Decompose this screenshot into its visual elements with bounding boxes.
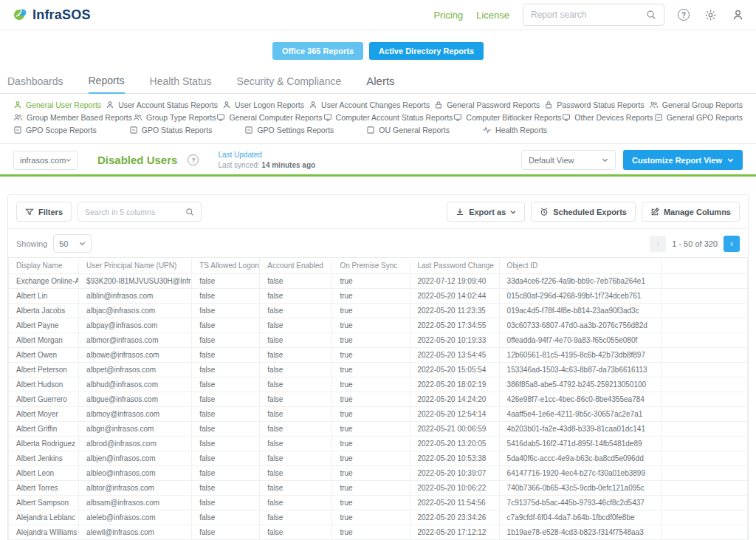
table-row[interactable]: Albert Jenkinsalbjen@infrasos.comfalsefa… — [9, 451, 748, 466]
scheduled-exports-button[interactable]: Scheduled Exports — [531, 202, 636, 222]
table-cell — [661, 496, 747, 510]
table-row[interactable]: Albert Owenalbowe@infrasos.comfalsefalse… — [9, 348, 748, 363]
category-link-gpo-settings-reports[interactable]: GPO Settings Reports — [244, 126, 334, 134]
prev-page-button[interactable]: ‹ — [650, 236, 666, 252]
table-cell: false — [192, 437, 260, 451]
chevron-down-icon — [79, 240, 86, 247]
table-cell: 2022-05-20 12:54:14 — [410, 407, 499, 422]
table-row[interactable]: Alberta Jacobsalbjac@infrasos.comfalsefa… — [9, 304, 748, 318]
pricing-link[interactable]: Pricing — [433, 10, 463, 21]
category-link-general-gpo-reports[interactable]: General GPO Reports — [654, 113, 743, 122]
export-as-button[interactable]: Export as — [447, 202, 525, 222]
customize-report-view-label: Customize Report View — [632, 156, 722, 165]
table-cell: Alejandra Leblanc — [9, 510, 79, 525]
table-row[interactable]: Albert Linalblin@infrasos.comfalsefalset… — [9, 289, 748, 304]
next-page-button[interactable]: › — [724, 236, 740, 252]
manage-columns-button[interactable]: Manage Columns — [642, 202, 740, 222]
table-row[interactable]: Albert Morganalbmor@infrasos.comfalsefal… — [9, 333, 748, 348]
category-link-ou-general-reports[interactable]: OU General Reports — [366, 126, 450, 134]
table-row[interactable]: Albert Paynealbpay@infrasos.comfalsefals… — [9, 318, 748, 333]
table-row[interactable]: Exchange Online-Applica...$93K200-I81MJV… — [9, 274, 748, 289]
license-link[interactable]: License — [476, 10, 509, 21]
table-cell: false — [260, 437, 332, 451]
category-link-group-type-reports[interactable]: Group Type Reports — [133, 113, 216, 122]
table-cell: 2022-05-20 11:54:56 — [410, 496, 499, 510]
table-row[interactable]: Albert Hudsonalbhud@infrasos.comfalsefal… — [9, 377, 748, 392]
table-cell: Albert Hudson — [9, 377, 79, 392]
tab-reports[interactable]: Reports — [89, 75, 125, 94]
user-profile-icon[interactable] — [732, 9, 744, 21]
domain-select[interactable]: infrasos.com — [13, 151, 78, 170]
table-row[interactable]: Alberta Rodriguezalbrod@infrasos.comfals… — [9, 437, 748, 451]
gpo-icon — [654, 113, 663, 122]
category-link-user-logon-reports[interactable]: User Logon Reports — [222, 100, 304, 109]
office-365-reports-button[interactable]: Office 365 Reports — [272, 42, 363, 60]
table-cell: false — [192, 377, 260, 392]
category-link-group-member-based-reports[interactable]: Group Member Based Reports — [13, 113, 132, 122]
table-cell: Albert Leon — [9, 466, 79, 481]
category-link-health-reports[interactable]: Health Reports — [482, 126, 547, 134]
table-row[interactable]: Albert Griffinalbgri@infrasos.comfalsefa… — [9, 422, 748, 437]
active-directory-reports-button[interactable]: Active Directory Reports — [369, 42, 484, 60]
infrasos-logo[interactable]: InfraSOS — [12, 6, 91, 24]
table-cell: Albert Torres — [9, 481, 79, 496]
gear-icon[interactable] — [704, 9, 717, 21]
table-row[interactable]: Alejandra Leblancaleleb@infrasos.comfals… — [9, 510, 748, 525]
category-row-3: GPO Scope ReportsGPO Status ReportsGPO S… — [13, 126, 743, 134]
table-cell: 2022-05-20 15:05:54 — [410, 363, 499, 377]
view-select[interactable]: Default View — [521, 150, 616, 170]
table-row[interactable]: Albert Guerreroalbgue@infrasos.comfalsef… — [9, 392, 748, 407]
table-cell: 2022-07-12 19:09:40 — [410, 274, 499, 289]
page-size-select[interactable]: 50 — [53, 234, 92, 253]
table-cell: Alberta Jacobs — [9, 304, 79, 318]
category-label: Computer Account Status Reports — [336, 113, 453, 122]
customize-report-view-button[interactable]: Customize Report View — [623, 150, 743, 170]
category-link-gpo-status-reports[interactable]: GPO Status Reports — [129, 126, 213, 134]
tab-health-status[interactable]: Health Status — [150, 75, 212, 93]
table-row[interactable]: Albert Moyeralbmoy@infrasos.comfalsefals… — [9, 407, 748, 422]
category-link-gpo-scope-reports[interactable]: GPO Scope Reports — [13, 126, 97, 134]
category-link-computer-bitlocker-reports[interactable]: Computer Bitlocker Reports — [453, 113, 561, 122]
last-updated-link[interactable]: Last Updated — [218, 150, 315, 160]
report-search-input[interactable]: Report search — [523, 4, 664, 26]
category-link-general-password-reports[interactable]: General Password Reports — [434, 100, 540, 109]
category-link-general-group-reports[interactable]: General Group Reports — [649, 100, 743, 109]
table-cell: Alejandra Williams — [9, 525, 79, 540]
table-row[interactable]: Albert Sampsonalbsam@infrasos.comfalsefa… — [9, 496, 748, 510]
table-cell: 33da4ce6-f226-4a9b-bb9c-7eb76ba264e1 — [499, 274, 661, 289]
page-title: Disabled Users — [97, 154, 177, 166]
table-row[interactable]: Albert Leonalbleo@infrasos.comfalsefalse… — [9, 466, 748, 481]
table-cell: false — [192, 363, 260, 377]
category-link-other-devices-reports[interactable]: Other Devices Reports — [562, 113, 653, 122]
table-cell: false — [260, 451, 332, 466]
table-cell: true — [332, 510, 410, 525]
category-link-general-user-reports[interactable]: General User Reports — [13, 100, 101, 109]
table-row[interactable]: Albert Torresalbtor@infrasos.comfalsefal… — [9, 481, 748, 496]
tab-alerts[interactable]: Alerts — [366, 75, 394, 93]
search-icon — [646, 10, 656, 20]
table-cell: true — [332, 407, 410, 422]
category-link-user-account-status-reports[interactable]: User Account Status Reports — [106, 100, 218, 109]
category-link-password-status-reports[interactable]: Password Status Reports — [544, 100, 644, 109]
ou-icon — [366, 126, 375, 134]
report-help-icon[interactable]: ? — [188, 154, 199, 165]
tab-security-compliance[interactable]: Security & Compliance — [237, 75, 342, 93]
filters-button[interactable]: Filters — [16, 202, 72, 222]
column-header-user-principal-name-upn: User Principal Name (UPN) — [79, 258, 192, 274]
table-cell: false — [192, 304, 260, 318]
table-cell: false — [260, 510, 332, 525]
category-link-user-account-changes-reports[interactable]: User Account Changes Reports — [309, 100, 430, 109]
table-cell: 03c60733-6807-47d0-aa3b-2076c756d82d — [499, 318, 661, 333]
table-cell: false — [192, 481, 260, 496]
table-cell: true — [332, 392, 410, 407]
help-icon[interactable]: ? — [678, 9, 690, 21]
computer-icon — [323, 113, 332, 122]
table-row[interactable]: Alejandra Williamsalewil@infrasos.comfal… — [9, 525, 748, 540]
tab-dashboards[interactable]: Dashboards — [7, 75, 63, 93]
table-row[interactable]: Albert Petersonalbpet@infrasos.comfalsef… — [9, 363, 748, 377]
table-cell — [661, 466, 747, 481]
column-search-input[interactable]: Search in 5 columns — [78, 202, 202, 222]
report-search-placeholder: Report search — [531, 10, 586, 20]
category-link-computer-account-status-reports[interactable]: Computer Account Status Reports — [323, 113, 453, 122]
category-link-general-computer-reports[interactable]: General Computer Reports — [216, 113, 322, 122]
